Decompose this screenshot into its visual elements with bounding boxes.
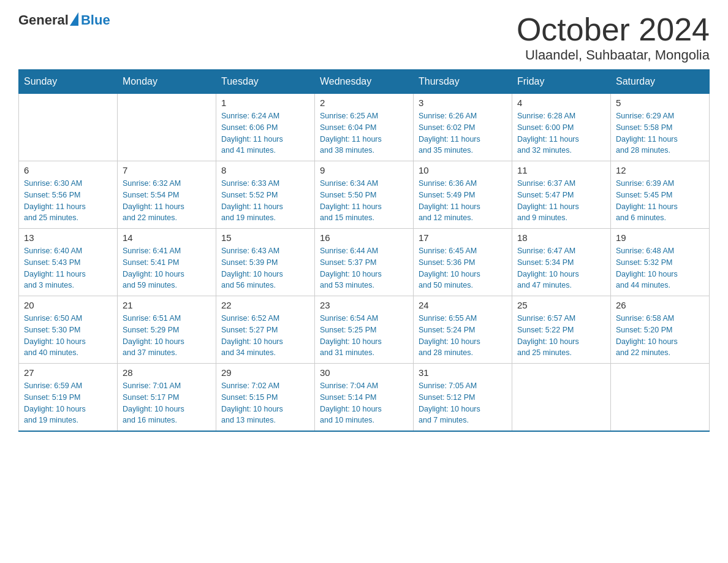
calendar-cell: 7Sunrise: 6:32 AMSunset: 5:54 PMDaylight… [118, 161, 216, 229]
day-number: 17 [419, 232, 507, 243]
day-info: Sunrise: 6:28 AMSunset: 6:00 PMDaylight:… [517, 110, 605, 156]
day-info: Sunrise: 6:45 AMSunset: 5:36 PMDaylight:… [419, 245, 507, 291]
day-number: 2 [320, 98, 408, 108]
day-info: Sunrise: 6:48 AMSunset: 5:32 PMDaylight:… [616, 245, 704, 291]
logo-triangle-icon [70, 12, 78, 26]
weekday-header-saturday: Saturday [611, 70, 710, 94]
calendar-cell: 31Sunrise: 7:05 AMSunset: 5:12 PMDayligh… [414, 364, 512, 431]
calendar-cell: 30Sunrise: 7:04 AMSunset: 5:14 PMDayligh… [315, 364, 414, 431]
logo-general: General [18, 12, 69, 28]
calendar-week-3: 13Sunrise: 6:40 AMSunset: 5:43 PMDayligh… [19, 229, 710, 296]
logo: General Blue [18, 12, 110, 28]
calendar-week-5: 27Sunrise: 6:59 AMSunset: 5:19 PMDayligh… [19, 364, 710, 431]
calendar-cell [19, 94, 118, 161]
day-info: Sunrise: 6:54 AMSunset: 5:25 PMDaylight:… [320, 313, 408, 359]
calendar-cell: 4Sunrise: 6:28 AMSunset: 6:00 PMDaylight… [512, 94, 611, 161]
day-number: 23 [320, 300, 408, 310]
calendar-cell: 6Sunrise: 6:30 AMSunset: 5:56 PMDaylight… [19, 161, 118, 229]
calendar-cell: 25Sunrise: 6:57 AMSunset: 5:22 PMDayligh… [512, 296, 611, 364]
day-info: Sunrise: 6:34 AMSunset: 5:50 PMDaylight:… [320, 178, 408, 224]
day-number: 7 [123, 165, 211, 175]
day-number: 12 [616, 165, 704, 175]
day-info: Sunrise: 6:33 AMSunset: 5:52 PMDaylight:… [221, 178, 309, 224]
day-number: 9 [320, 165, 408, 175]
day-number: 1 [221, 98, 309, 108]
calendar-week-2: 6Sunrise: 6:30 AMSunset: 5:56 PMDaylight… [19, 161, 710, 229]
calendar-header: SundayMondayTuesdayWednesdayThursdayFrid… [19, 70, 710, 94]
calendar-cell: 26Sunrise: 6:58 AMSunset: 5:20 PMDayligh… [611, 296, 710, 364]
calendar-cell: 12Sunrise: 6:39 AMSunset: 5:45 PMDayligh… [611, 161, 710, 229]
day-number: 11 [517, 165, 605, 175]
calendar-cell: 24Sunrise: 6:55 AMSunset: 5:24 PMDayligh… [414, 296, 512, 364]
day-info: Sunrise: 6:41 AMSunset: 5:41 PMDaylight:… [123, 245, 211, 291]
day-info: Sunrise: 6:55 AMSunset: 5:24 PMDaylight:… [419, 313, 507, 359]
calendar-cell: 20Sunrise: 6:50 AMSunset: 5:30 PMDayligh… [19, 296, 118, 364]
calendar-cell: 8Sunrise: 6:33 AMSunset: 5:52 PMDaylight… [216, 161, 315, 229]
calendar-cell: 1Sunrise: 6:24 AMSunset: 6:06 PMDaylight… [216, 94, 315, 161]
day-number: 4 [517, 98, 605, 108]
calendar-cell: 15Sunrise: 6:43 AMSunset: 5:39 PMDayligh… [216, 229, 315, 296]
calendar-cell [611, 364, 710, 431]
calendar-cell: 16Sunrise: 6:44 AMSunset: 5:37 PMDayligh… [315, 229, 414, 296]
logo-blue: Blue [81, 12, 110, 28]
day-info: Sunrise: 6:59 AMSunset: 5:19 PMDaylight:… [24, 380, 112, 426]
day-info: Sunrise: 6:40 AMSunset: 5:43 PMDaylight:… [24, 245, 112, 291]
calendar-cell: 13Sunrise: 6:40 AMSunset: 5:43 PMDayligh… [19, 229, 118, 296]
day-info: Sunrise: 6:39 AMSunset: 5:45 PMDaylight:… [616, 178, 704, 224]
calendar-cell: 27Sunrise: 6:59 AMSunset: 5:19 PMDayligh… [19, 364, 118, 431]
day-info: Sunrise: 6:26 AMSunset: 6:02 PMDaylight:… [419, 110, 507, 156]
day-info: Sunrise: 6:57 AMSunset: 5:22 PMDaylight:… [517, 313, 605, 359]
calendar-cell: 28Sunrise: 7:01 AMSunset: 5:17 PMDayligh… [118, 364, 216, 431]
calendar-cell: 9Sunrise: 6:34 AMSunset: 5:50 PMDaylight… [315, 161, 414, 229]
weekday-row: SundayMondayTuesdayWednesdayThursdayFrid… [19, 70, 710, 94]
day-info: Sunrise: 6:29 AMSunset: 5:58 PMDaylight:… [616, 110, 704, 156]
day-number: 20 [24, 300, 112, 310]
weekday-header-monday: Monday [118, 70, 216, 94]
day-info: Sunrise: 6:47 AMSunset: 5:34 PMDaylight:… [517, 245, 605, 291]
calendar-cell: 10Sunrise: 6:36 AMSunset: 5:49 PMDayligh… [414, 161, 512, 229]
day-info: Sunrise: 6:44 AMSunset: 5:37 PMDaylight:… [320, 245, 408, 291]
page-title: October 2024 [517, 12, 710, 47]
calendar-week-1: 1Sunrise: 6:24 AMSunset: 6:06 PMDaylight… [19, 94, 710, 161]
weekday-header-wednesday: Wednesday [315, 70, 414, 94]
day-number: 19 [616, 232, 704, 243]
calendar-cell: 2Sunrise: 6:25 AMSunset: 6:04 PMDaylight… [315, 94, 414, 161]
day-info: Sunrise: 7:02 AMSunset: 5:15 PMDaylight:… [221, 380, 309, 426]
calendar-cell: 17Sunrise: 6:45 AMSunset: 5:36 PMDayligh… [414, 229, 512, 296]
day-info: Sunrise: 6:25 AMSunset: 6:04 PMDaylight:… [320, 110, 408, 156]
day-info: Sunrise: 6:58 AMSunset: 5:20 PMDaylight:… [616, 313, 704, 359]
title-block: October 2024 Ulaandel, Suhbaatar, Mongol… [517, 12, 710, 63]
calendar-cell: 14Sunrise: 6:41 AMSunset: 5:41 PMDayligh… [118, 229, 216, 296]
day-info: Sunrise: 6:52 AMSunset: 5:27 PMDaylight:… [221, 313, 309, 359]
calendar-week-4: 20Sunrise: 6:50 AMSunset: 5:30 PMDayligh… [19, 296, 710, 364]
day-number: 10 [419, 165, 507, 175]
day-info: Sunrise: 6:32 AMSunset: 5:54 PMDaylight:… [123, 178, 211, 224]
day-number: 18 [517, 232, 605, 243]
day-info: Sunrise: 7:04 AMSunset: 5:14 PMDaylight:… [320, 380, 408, 426]
day-number: 3 [419, 98, 507, 108]
calendar-cell: 21Sunrise: 6:51 AMSunset: 5:29 PMDayligh… [118, 296, 216, 364]
calendar-cell: 23Sunrise: 6:54 AMSunset: 5:25 PMDayligh… [315, 296, 414, 364]
day-info: Sunrise: 6:37 AMSunset: 5:47 PMDaylight:… [517, 178, 605, 224]
calendar-cell: 19Sunrise: 6:48 AMSunset: 5:32 PMDayligh… [611, 229, 710, 296]
weekday-header-sunday: Sunday [19, 70, 118, 94]
day-info: Sunrise: 6:43 AMSunset: 5:39 PMDaylight:… [221, 245, 309, 291]
calendar-cell [118, 94, 216, 161]
calendar-cell: 5Sunrise: 6:29 AMSunset: 5:58 PMDaylight… [611, 94, 710, 161]
day-info: Sunrise: 6:51 AMSunset: 5:29 PMDaylight:… [123, 313, 211, 359]
day-number: 24 [419, 300, 507, 310]
day-info: Sunrise: 6:50 AMSunset: 5:30 PMDaylight:… [24, 313, 112, 359]
day-number: 22 [221, 300, 309, 310]
page-subtitle: Ulaandel, Suhbaatar, Mongolia [517, 47, 710, 63]
day-number: 21 [123, 300, 211, 310]
day-number: 15 [221, 232, 309, 243]
weekday-header-tuesday: Tuesday [216, 70, 315, 94]
page-header: General Blue October 2024 Ulaandel, Suhb… [18, 12, 710, 63]
day-number: 31 [419, 367, 507, 378]
day-info: Sunrise: 7:05 AMSunset: 5:12 PMDaylight:… [419, 380, 507, 426]
day-number: 30 [320, 367, 408, 378]
calendar-cell: 22Sunrise: 6:52 AMSunset: 5:27 PMDayligh… [216, 296, 315, 364]
day-number: 29 [221, 367, 309, 378]
calendar-table: SundayMondayTuesdayWednesdayThursdayFrid… [18, 69, 710, 432]
calendar-cell: 3Sunrise: 6:26 AMSunset: 6:02 PMDaylight… [414, 94, 512, 161]
